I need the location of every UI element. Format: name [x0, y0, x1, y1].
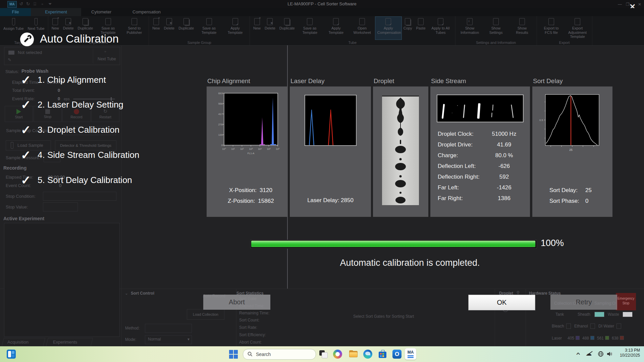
ribbon-button-new[interactable]: New: [150, 17, 162, 40]
ribbon-button-label: Save as Template: [198, 26, 220, 35]
ok-button[interactable]: OK: [468, 295, 535, 310]
ribbon-group-label: Export: [538, 40, 591, 45]
ribbon-group-settings-and-information: Show InformationShow SettingsShow Result…: [455, 16, 537, 45]
svg-text:0.5: 0.5: [539, 119, 543, 122]
laser-488-indicator: [590, 336, 594, 340]
file-explorer-icon[interactable]: [349, 350, 358, 359]
sort-phase-row: Sort Phase: 0: [549, 198, 579, 204]
stop-condition-select[interactable]: [43, 192, 116, 201]
widgets-icon[interactable]: [7, 350, 16, 359]
ribbon-button-save-as-template[interactable]: Save as Template: [297, 17, 323, 40]
step5-num: 5.: [38, 175, 45, 185]
check-icon: [438, 18, 443, 25]
ribbon-button-export-adjustment-template[interactable]: Export Adjustment Template: [565, 17, 591, 40]
step5-text: Sort Delay Calibration: [47, 175, 132, 185]
task-view-icon[interactable]: [319, 350, 328, 359]
edge-icon[interactable]: [363, 350, 372, 359]
far-right-value: 1386: [481, 195, 528, 202]
ribbon-button-apply-to-all-tubes[interactable]: Apply to All Tubes: [428, 17, 454, 40]
ribbon-button-duplicate[interactable]: Duplicate: [176, 17, 196, 40]
ribbon-button-label: Duplicate: [178, 26, 194, 31]
ribbon-button-open-worksheet[interactable]: Open Worksheet: [349, 17, 375, 40]
load-collection-button[interactable]: Load Collection: [187, 309, 224, 320]
ribbon-button-export-to-fcs-file[interactable]: Export to FCS file: [538, 17, 565, 40]
edit-icon[interactable]: ✎: [8, 57, 11, 62]
method-select[interactable]: [145, 324, 192, 333]
droplet-drive-label: Droplet Drive:: [438, 141, 473, 148]
svg-text:10⁶: 10⁶: [276, 147, 279, 150]
ribbon-button-new[interactable]: New: [251, 17, 263, 40]
chip-alignment-title: Chip Alignment: [207, 77, 250, 85]
svg-text:10³: 10³: [249, 147, 253, 150]
tube-box-divider: [93, 49, 93, 63]
copilot-icon[interactable]: [333, 350, 342, 359]
droplet-monitor-icon[interactable]: ⚲: [517, 290, 520, 295]
ribbon-button-label: Save as Template: [299, 26, 321, 35]
tab-file[interactable]: File: [0, 8, 31, 16]
mode-select[interactable]: Normal ▾: [145, 335, 192, 344]
ma-app-icon[interactable]: MA: [405, 348, 416, 360]
microsoft-store-icon[interactable]: [378, 350, 387, 359]
arrow-icon: [131, 18, 137, 25]
ribbon-button-show-settings[interactable]: Show Settings: [483, 17, 509, 40]
ribbon-button-show-information[interactable]: Show Information: [457, 17, 483, 40]
detector-threshold-settings-button[interactable]: Detector & Threshold Settings: [55, 140, 116, 150]
tab-experiment[interactable]: Experiment: [31, 8, 81, 16]
sort-control-chevron-icon[interactable]: ⌄: [125, 291, 128, 296]
laser-delay-title: Laser Delay: [290, 77, 324, 85]
sort-phase-value: 0: [585, 198, 588, 204]
ribbon-button-apply-template[interactable]: Apply Template: [323, 17, 349, 40]
step2-num: 2.: [38, 100, 45, 110]
charge-label: Charge:: [438, 152, 458, 159]
ribbon-button-duplicate[interactable]: Duplicate: [277, 17, 297, 40]
network-globe-icon[interactable]: [598, 351, 604, 357]
step4-label: 4. Side Stream Calibration: [38, 150, 140, 160]
tab-compensation[interactable]: Compensation: [121, 8, 172, 16]
step3-label: 3. Droplet Calibration: [38, 125, 119, 135]
ribbon-button-copy[interactable]: Copy: [401, 17, 414, 40]
tube-selector-label: Not selected: [18, 50, 42, 55]
ribbon-button-send-to-publisher[interactable]: Send to Publisher: [121, 17, 147, 40]
tray-chevron-icon[interactable]: ^: [576, 352, 580, 357]
step3-check-icon: ✓: [21, 123, 31, 137]
total-event-label: Total Event:: [12, 88, 35, 93]
arrow-icon: [548, 18, 554, 25]
arrow-icon: [575, 18, 580, 25]
progress-percent: 100%: [541, 238, 564, 248]
ribbon-button-delete[interactable]: Delete: [263, 17, 277, 40]
minimize-button[interactable]: —: [618, 2, 622, 7]
ribbon-button-label: Copy: [404, 26, 412, 31]
step2-check-icon: ✓: [21, 98, 31, 112]
ribbon-button-apply-template[interactable]: Apply Template: [222, 17, 248, 40]
stat-row: Droplet Drive: 41.69: [430, 141, 530, 149]
calibration-message: Automatic calibration is completed.: [251, 258, 569, 268]
volume-icon[interactable]: [606, 351, 613, 357]
laser-delay-chart: [305, 95, 357, 146]
tray-clock[interactable]: 3:13 PM 10/22/2025: [616, 348, 640, 358]
ribbon-tab-row: File Experiment Cytometer Compensation: [0, 8, 644, 16]
abort-button[interactable]: Abort: [203, 295, 270, 310]
onedrive-icon[interactable]: ☁: [586, 350, 592, 357]
ribbon-button-delete[interactable]: Delete: [162, 17, 176, 40]
ribbon-button-show-results[interactable]: Show Results: [509, 17, 535, 40]
app-close-button[interactable]: ✕: [638, 2, 641, 7]
svg-text:10⁰: 10⁰: [222, 147, 226, 150]
search-input[interactable]: Search: [243, 349, 316, 360]
emergency-stop-button[interactable]: Emergency Stop: [616, 293, 636, 310]
laser-delay-caption-value: 2850: [341, 197, 354, 203]
laser-488: 488: [582, 336, 589, 341]
tab-experiments-label[interactable]: Experiments: [53, 340, 77, 345]
ribbon-button-paste[interactable]: Paste: [414, 17, 427, 40]
stop-value-field[interactable]: [43, 202, 78, 212]
retry-button[interactable]: Retry: [550, 295, 617, 310]
tab-cytometer[interactable]: Cytometer: [81, 8, 121, 16]
tab-acquisition-label[interactable]: Acquisition: [7, 340, 29, 345]
next-tube-button[interactable]: Next Tube: [98, 57, 116, 61]
ribbon-button-save-as-template[interactable]: Save as Template: [196, 17, 222, 40]
droplet-panel: [373, 86, 428, 217]
outlook-icon[interactable]: O: [392, 350, 401, 359]
tube-selector-box[interactable]: Not selected ✎ ⍆ Next Tube: [4, 47, 120, 65]
ribbon-button-apply-compensation[interactable]: Apply Compensation: [375, 17, 401, 40]
di-water-indicator: [616, 323, 621, 329]
start-button-taskbar[interactable]: [229, 350, 238, 359]
